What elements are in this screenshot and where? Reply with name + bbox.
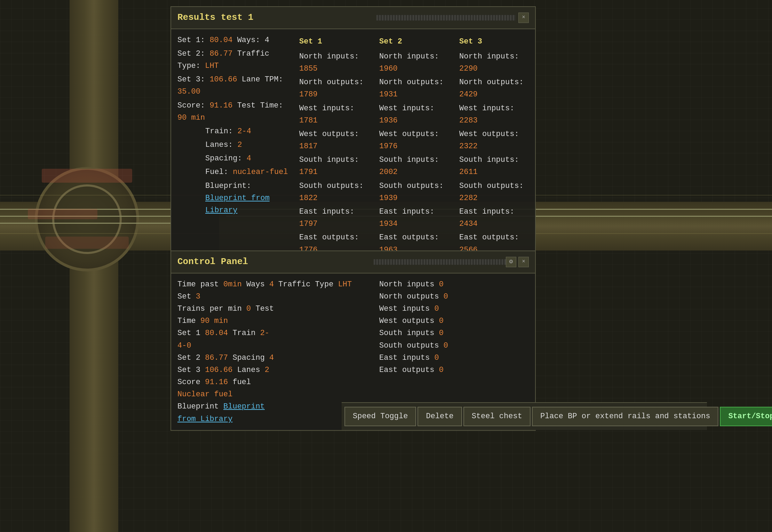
cp-set2-row: Set 2 86.77 Spacing 4 [177,352,275,364]
blueprint-label: Blueprint: [205,182,251,190]
s1-north-outputs: North outputs: 1789 [299,76,369,101]
results-set2-col: Set 2 North inputs: 1960 North outputs: … [379,34,449,257]
s1-west-outputs: West outputs: 1817 [299,128,369,152]
s1-south-outputs-val: 1822 [299,194,318,203]
results-drag-bar [376,15,516,21]
control-panel-header: Control Panel ⚙ × [171,251,535,273]
speed-toggle-button[interactable]: Speed Toggle [344,407,416,426]
train-value: 2-4 [237,127,251,136]
traffic-type-value: LHT [205,62,219,70]
lanes-value: 2 [237,141,242,149]
s3-west-outputs: West outputs: 2322 [459,128,529,152]
delete-button[interactable]: Delete [417,407,462,426]
s1-east-inputs: East inputs: 1797 [299,206,369,230]
s2-south-inputs: South inputs: 2002 [379,154,449,178]
set1-label: Set 1: [177,36,205,45]
control-header-icons: ⚙ × [374,257,529,267]
result-blueprint-row: Blueprint: Blueprint from Library [205,180,289,217]
blueprint-value[interactable]: Blueprint from Library [205,194,270,215]
spacing-value: 4 [247,154,251,163]
control-panel-title: Control Panel [177,255,248,269]
result-set3-row: Set 3: 106.66 Lane TPM: 35.00 [177,73,289,98]
result-score-row: Score: 91.16 Test Time: 90 min [177,100,289,124]
set3-label: Set 3: [177,75,205,84]
s2-west-inputs: West inputs: 1936 [379,102,449,127]
lane-tpm-value: 35.00 [177,87,200,96]
cp-south-outputs: South outputs 0 [379,340,484,352]
results-panel-header: Results test 1 × [171,7,535,29]
s1-north-outputs-val: 1789 [299,90,318,99]
cp-score-row: Score 91.16 fuel Nuclear fuel [177,376,275,400]
s3-north-outputs: North outputs: 2429 [459,76,529,101]
result-lanes-row: Lanes: 2 [205,139,289,151]
result-spacing-row: Spacing: 4 [205,152,289,165]
score-label: Score: [177,101,205,110]
ways-value: 4 [265,36,269,45]
control-col1: Time past 0min Ways 4 Set 3 Trains per m… [177,278,275,425]
s1-west-outputs-val: 1817 [299,142,318,151]
set1-value: 80.04 [209,36,232,45]
spacing-label: Spacing: [205,154,242,163]
cp-west-inputs: West inputs 0 [379,303,484,315]
s1-west-inputs-val: 1781 [299,116,318,125]
s1-south-inputs: South inputs: 1791 [299,154,369,178]
s1-south-outputs: South outputs: 1822 [299,180,369,204]
cp-north-outputs: North outputs 0 [379,291,484,303]
cp-traffic-row: Traffic Type LHT [278,278,376,291]
s2-east-inputs: East inputs: 1934 [379,206,449,230]
results-close-button[interactable]: × [518,13,529,23]
set3-value: 106.66 [209,75,237,84]
steel-chest-button[interactable]: Steel chest [463,407,531,426]
start-stop-button[interactable]: Start/Stop [720,407,772,426]
result-set2-row: Set 2: 86.77 Traffic Type: LHT [177,48,289,72]
results-set3-col: Set 3 North inputs: 2290 North outputs: … [459,34,529,257]
cp-west-outputs: West outputs 0 [379,315,484,327]
s3-north-inputs: North inputs: 2290 [459,50,529,75]
s2-west-outputs: West outputs: 1976 [379,128,449,152]
test-time-label: Test Time: [237,101,283,110]
bottom-toolbar: Speed Toggle Delete Steel chest Place BP… [342,402,707,430]
s3-west-inputs: West inputs: 2283 [459,102,529,127]
s2-north-outputs: North outputs: 1931 [379,76,449,101]
results-left-col: Set 1: 80.04 Ways: 4 Set 2: 86.77 Traffi… [177,34,289,257]
result-fuel-row: Fuel: nuclear-fuel [205,166,289,178]
s2-north-inputs: North inputs: 1960 [379,50,449,75]
ways-label: Ways: [237,36,260,45]
results-panel-content: Set 1: 80.04 Ways: 4 Set 2: 86.77 Traffi… [171,29,535,262]
cp-trains-row: Trains per min 0 Test Time 90 min [177,303,275,327]
cp-set-row: Set 3 [177,291,275,303]
control-gear-button[interactable]: ⚙ [506,257,516,267]
s2-south-outputs: South outputs: 1939 [379,180,449,204]
fuel-label: Fuel: [205,168,228,176]
results-panel-title: Results test 1 [177,10,253,25]
result-set1-row: Set 1: 80.04 Ways: 4 [177,34,289,46]
cp-set3-row: Set 3 106.66 Lanes 2 [177,364,275,376]
s3-south-outputs: South outputs: 2282 [459,180,529,204]
cp-set1-row: Set 1 80.04 Train 2-4-0 [177,327,275,351]
s1-north-inputs-val: 1855 [299,64,318,73]
cp-east-outputs: East outputs 0 [379,364,484,376]
results-main-grid: Set 1: 80.04 Ways: 4 Set 2: 86.77 Traffi… [177,34,529,257]
control-close-button[interactable]: × [518,257,529,267]
cp-north-inputs: North inputs 0 [379,278,484,291]
results-panel: Results test 1 × Set 1: 80.04 Ways: 4 Se… [170,6,536,263]
s1-north-inputs: North inputs: 1855 [299,50,369,75]
set2-col-title: Set 2 [379,35,449,48]
fuel-value: nuclear-fuel [233,168,288,176]
lanes-label: Lanes: [205,141,233,149]
lane-tpm-label: Lane TPM: [242,75,283,84]
place-bp-button[interactable]: Place BP or extend rails and stations [532,407,718,426]
score-value: 91.16 [209,101,232,110]
control-panel: Control Panel ⚙ × Time past 0min Ways 4 [170,251,536,431]
cp-blueprint-row: Blueprint Blueprint from Library [177,400,275,425]
s3-east-inputs: East inputs: 2434 [459,206,529,230]
results-set1-col: Set 1 North inputs: 1855 North outputs: … [299,34,369,257]
set3-col-title: Set 3 [459,35,529,48]
cp-south-inputs: South inputs 0 [379,327,484,339]
set2-value: 86.77 [209,49,232,58]
set2-label: Set 2: [177,49,205,58]
s1-west-inputs: West inputs: 1781 [299,102,369,127]
cp-time-row: Time past 0min Ways 4 [177,278,275,291]
control-drag-bar [374,259,506,265]
train-label: Train: [205,127,233,136]
